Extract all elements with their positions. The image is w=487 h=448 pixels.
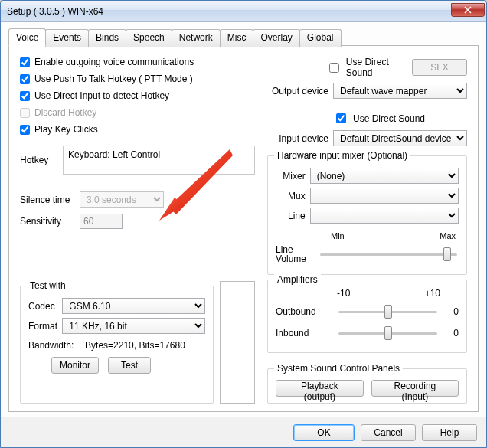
level-meter: [220, 281, 255, 404]
amplifiers-title: Amplifiers: [274, 274, 321, 285]
output-device-select[interactable]: Default wave mapper: [333, 83, 467, 99]
mixer-select[interactable]: (None): [310, 168, 459, 184]
tab-global[interactable]: Global: [299, 29, 342, 47]
codec-select[interactable]: GSM 6.10: [62, 298, 205, 314]
volume-label: Line Volume: [276, 245, 312, 263]
play-key-clicks-checkbox[interactable]: Play Key Clicks: [20, 124, 255, 135]
left-column: Enable outgoing voice communications Use…: [20, 57, 255, 404]
volume-row: Min Max Line Volume: [276, 231, 459, 263]
sfx-button: SFX: [412, 59, 467, 76]
content: Voice Events Binds Speech Network Misc O…: [1, 22, 486, 417]
max-label: Max: [440, 231, 456, 240]
dialog-footer: OK Cancel Help: [1, 417, 486, 447]
help-button[interactable]: Help: [422, 424, 477, 441]
tab-events[interactable]: Events: [45, 29, 89, 47]
line-row: Line: [276, 208, 459, 224]
inbound-slider[interactable]: [338, 326, 437, 340]
input-direct-sound-checkbox[interactable]: Use Direct Sound: [333, 111, 425, 126]
inbound-value: 0: [445, 328, 459, 338]
sensitivity-input: [80, 214, 123, 229]
ptt-mode-input[interactable]: [20, 74, 30, 84]
input-device-select[interactable]: Default DirectSound device: [333, 130, 467, 146]
direct-input-input[interactable]: [20, 91, 30, 101]
silence-row: Silence time 3.0 seconds: [20, 191, 255, 208]
input-direct-sound-label: Use Direct Sound: [353, 113, 425, 124]
test-with-group: Test with Codec GSM 6.10 Format 11 KHz, …: [20, 286, 214, 404]
hardware-mixer-title: Hardware input mixer (Optional): [274, 150, 410, 161]
recording-button[interactable]: Recording (Input): [371, 380, 459, 397]
hotkey-row: Hotkey Keyboard: Left Control: [20, 146, 255, 175]
tabpage-voice: Enable outgoing voice communications Use…: [8, 45, 479, 412]
line-label: Line: [276, 211, 306, 221]
input-device-label: Input device: [267, 133, 328, 144]
enable-outgoing-input[interactable]: [20, 57, 30, 67]
output-direct-sound-input[interactable]: [329, 63, 339, 73]
mux-select[interactable]: [310, 188, 459, 204]
hotkey-label: Hotkey: [20, 155, 57, 165]
volume-slider[interactable]: [320, 247, 457, 261]
silence-select: 3.0 seconds: [80, 191, 164, 208]
test-button[interactable]: Test: [108, 357, 151, 374]
ok-button[interactable]: OK: [293, 424, 355, 441]
test-area: Test with Codec GSM 6.10 Format 11 KHz, …: [20, 281, 255, 404]
tab-speech[interactable]: Speech: [126, 29, 172, 47]
output-direct-sound-checkbox[interactable]: Use Direct Sound: [326, 57, 407, 78]
tab-voice[interactable]: Voice: [8, 28, 46, 46]
titlebar[interactable]: Setup ( 3.0.5 ) WIN-x64: [1, 1, 486, 22]
bandwidth-value: Bytes=2210, Bits=17680: [85, 340, 185, 351]
input-direct-sound-input[interactable]: [336, 113, 346, 123]
window-title: Setup ( 3.0.5 ) WIN-x64: [7, 6, 451, 17]
output-direct-row: Use Direct Sound SFX: [267, 57, 467, 78]
hotkey-field[interactable]: Keyboard: Left Control: [63, 146, 255, 175]
monitor-button[interactable]: Monitor: [51, 357, 99, 374]
min-label: Min: [331, 231, 345, 240]
tab-misc[interactable]: Misc: [220, 29, 254, 47]
enable-outgoing-label: Enable outgoing voice communications: [34, 57, 194, 67]
tab-binds[interactable]: Binds: [88, 29, 126, 47]
output-direct-sound-label: Use Direct Sound: [346, 57, 407, 78]
outbound-row: Outbound 0: [276, 303, 459, 320]
tab-network[interactable]: Network: [172, 29, 221, 47]
enable-outgoing-checkbox[interactable]: Enable outgoing voice communications: [20, 57, 255, 67]
tabstrip: Voice Events Binds Speech Network Misc O…: [8, 28, 479, 46]
outbound-slider[interactable]: [338, 305, 437, 319]
output-device-row: Output device Default wave mapper: [267, 83, 467, 99]
mixer-label: Mixer: [276, 171, 306, 181]
mux-label: Mux: [276, 191, 306, 201]
discard-hotkey-checkbox: Discard Hotkey: [20, 107, 255, 118]
right-column: Use Direct Sound SFX Output device Defau…: [267, 57, 467, 404]
bandwidth-row: Bandwidth: Bytes=2210, Bits=17680: [28, 340, 205, 351]
close-button[interactable]: [451, 3, 485, 17]
outbound-label: Outbound: [276, 306, 331, 317]
bandwidth-label: Bandwidth:: [28, 340, 74, 351]
play-key-clicks-input[interactable]: [20, 125, 30, 135]
sensitivity-row: Sensitivity: [20, 214, 255, 229]
codec-row: Codec GSM 6.10: [28, 298, 205, 314]
discard-hotkey-label: Discard Hotkey: [34, 107, 96, 118]
test-buttons: Monitor Test: [28, 357, 205, 374]
amp-max-label: +10: [425, 288, 440, 299]
mixer-row: Mixer (None): [276, 168, 459, 184]
direct-input-checkbox[interactable]: Use Direct Input to detect Hotkey: [20, 90, 255, 101]
output-device-label: Output device: [267, 86, 328, 96]
input-device-row: Input device Default DirectSound device: [267, 130, 467, 146]
playback-button[interactable]: Playback (output): [276, 380, 364, 397]
tab-overlay[interactable]: Overlay: [253, 29, 299, 47]
silence-label: Silence time: [20, 195, 74, 205]
hardware-mixer-group: Hardware input mixer (Optional) Mixer (N…: [267, 155, 467, 275]
outbound-value: 0: [445, 306, 459, 317]
line-select[interactable]: [310, 208, 459, 224]
inbound-label: Inbound: [276, 328, 331, 338]
direct-input-label: Use Direct Input to detect Hotkey: [34, 90, 169, 101]
ptt-mode-checkbox[interactable]: Use Push To Talk Hotkey ( PTT Mode ): [20, 74, 255, 84]
setup-window: Setup ( 3.0.5 ) WIN-x64 Voice Events Bin…: [0, 0, 487, 448]
system-panels-title: System Sound Control Panels: [274, 363, 403, 374]
system-panels-group: System Sound Control Panels Playback (ou…: [267, 368, 467, 404]
format-select[interactable]: 11 KHz, 16 bit: [62, 318, 205, 334]
close-icon: [464, 6, 472, 14]
cancel-button[interactable]: Cancel: [361, 424, 416, 441]
amplifiers-group: Amplifiers -10 +10 Outbound 0 Inbound 0: [267, 280, 467, 353]
amp-min-label: -10: [337, 288, 350, 299]
codec-label: Codec: [28, 301, 57, 312]
sensitivity-label: Sensitivity: [20, 216, 74, 227]
